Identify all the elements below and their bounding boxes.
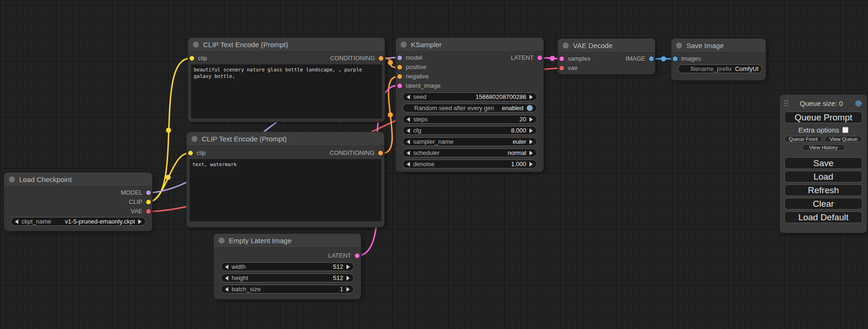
prompt-text-area[interactable]: text, watermark <box>190 159 381 221</box>
refresh-button[interactable]: Refresh <box>784 184 862 196</box>
decrement-arrow-icon[interactable] <box>407 128 410 133</box>
vae-port-icon[interactable] <box>559 66 564 70</box>
collapse-dot-icon[interactable] <box>193 42 199 48</box>
increment-arrow-icon[interactable] <box>529 140 533 144</box>
slot-label: clip <box>198 55 207 62</box>
save-button[interactable]: Save <box>784 157 862 169</box>
gear-icon[interactable] <box>854 99 862 107</box>
vae-port-icon[interactable] <box>146 209 151 214</box>
node-save-image[interactable]: Save Image images filename_prefix ComfyU… <box>671 39 766 80</box>
node-title-bar[interactable]: Save Image <box>671 39 766 53</box>
link-midpoint-dot <box>661 56 666 62</box>
node-title-bar[interactable]: CLIP Text Encode (Prompt) <box>188 38 385 52</box>
increment-arrow-icon[interactable] <box>529 162 533 167</box>
widget-label: batch_size <box>232 286 261 293</box>
clip-port-icon[interactable] <box>190 56 194 61</box>
node-title-bar[interactable]: Load Checkpoint <box>4 173 152 187</box>
node-clip-text-encode-positive[interactable]: CLIP Text Encode (Prompt) clip CONDITION… <box>188 38 385 122</box>
widget-sampler-name[interactable]: sampler_name euler <box>402 137 537 146</box>
clip-port-icon[interactable] <box>146 200 151 204</box>
image-port-icon[interactable] <box>673 56 677 61</box>
widget-seed[interactable]: seed 156680208700286 <box>402 92 537 101</box>
conditioning-port-icon[interactable] <box>397 65 402 70</box>
queue-prompt-button[interactable]: Queue Prompt <box>784 112 862 123</box>
increment-arrow-icon[interactable] <box>346 276 350 280</box>
widget-value: 156680208700286 <box>476 93 526 100</box>
conditioning-port-icon[interactable] <box>378 151 383 155</box>
conditioning-port-icon[interactable] <box>379 56 383 61</box>
model-port-icon[interactable] <box>146 190 151 195</box>
increment-arrow-icon[interactable] <box>529 128 533 133</box>
node-load-checkpoint[interactable]: Load Checkpoint MODEL CLIP VAE ckpt_name… <box>4 173 152 231</box>
increment-arrow-icon[interactable] <box>346 265 350 269</box>
clip-port-icon[interactable] <box>188 151 193 155</box>
node-clip-text-encode-negative[interactable]: CLIP Text Encode (Prompt) clip CONDITION… <box>187 132 384 227</box>
widget-steps[interactable]: steps 20 <box>402 115 537 124</box>
widget-height[interactable]: height 512 <box>221 273 354 282</box>
clear-button[interactable]: Clear <box>784 198 862 210</box>
load-default-button[interactable]: Load Default <box>784 211 862 223</box>
collapse-dot-icon[interactable] <box>676 42 682 49</box>
decrement-arrow-icon[interactable] <box>225 287 228 292</box>
node-title-bar[interactable]: KSampler <box>396 38 543 52</box>
image-port-icon[interactable] <box>649 56 654 61</box>
node-ksampler[interactable]: KSampler model LATENT positive negative <box>396 38 543 172</box>
prompt-text-area[interactable]: beautiful scenery nature glass bottle la… <box>191 64 382 119</box>
node-title: Save Image <box>686 42 724 49</box>
input-slot-clip: clip <box>190 55 207 62</box>
node-title-bar[interactable]: CLIP Text Encode (Prompt) <box>187 132 384 146</box>
decrement-arrow-icon[interactable] <box>15 219 18 224</box>
input-slot-latent-image: latent_image <box>396 81 543 90</box>
collapse-dot-icon[interactable] <box>219 238 225 244</box>
node-vae-decode[interactable]: VAE Decode samples IMAGE vae <box>558 39 655 74</box>
increment-arrow-icon[interactable] <box>529 117 533 122</box>
widget-value: v1-5-pruned-emaonly.ckpt <box>65 218 135 225</box>
increment-arrow-icon[interactable] <box>346 287 350 292</box>
widget-batch-size[interactable]: batch_size 1 <box>221 285 354 294</box>
load-button[interactable]: Load <box>784 171 862 182</box>
widget-scheduler[interactable]: scheduler normal <box>402 148 537 157</box>
increment-arrow-icon[interactable] <box>138 219 141 224</box>
input-slot-negative: negative <box>396 72 543 81</box>
collapse-dot-icon[interactable] <box>191 136 198 142</box>
view-history-button[interactable]: View History <box>802 144 845 151</box>
widget-label: sampler_name <box>413 138 453 145</box>
increment-arrow-icon[interactable] <box>529 95 533 99</box>
extra-options-checkbox[interactable] <box>842 127 848 133</box>
node-graph-canvas[interactable]: Load Checkpoint MODEL CLIP VAE ckpt_name… <box>0 0 868 329</box>
node-title-bar[interactable]: VAE Decode <box>558 39 655 53</box>
slot-label: CLIP <box>129 198 142 205</box>
toggle-on-icon[interactable] <box>527 105 533 111</box>
view-queue-button[interactable]: View Queue <box>825 136 862 142</box>
decrement-arrow-icon[interactable] <box>407 151 410 155</box>
widget-ckpt-name[interactable]: ckpt_name v1-5-pruned-emaonly.ckpt <box>11 217 146 226</box>
latent-port-icon[interactable] <box>559 56 564 61</box>
queue-front-button[interactable]: Queue Front <box>784 136 822 142</box>
decrement-arrow-icon[interactable] <box>407 117 410 122</box>
decrement-arrow-icon[interactable] <box>225 276 228 280</box>
latent-port-icon[interactable] <box>355 253 360 258</box>
widget-denoise[interactable]: denoise 1.000 <box>402 160 537 168</box>
increment-arrow-icon[interactable] <box>529 151 533 155</box>
widget-filename-prefix[interactable]: filename_prefix ComfyUI <box>678 64 762 73</box>
collapse-dot-icon[interactable] <box>9 176 15 182</box>
widget-width[interactable]: width 512 <box>221 262 354 271</box>
decrement-arrow-icon[interactable] <box>407 95 410 99</box>
input-slot-positive: positive <box>396 63 543 71</box>
decrement-arrow-icon[interactable] <box>225 265 228 269</box>
collapse-dot-icon[interactable] <box>563 42 569 49</box>
widget-cfg[interactable]: cfg 8.000 <box>402 126 537 135</box>
decrement-arrow-icon[interactable] <box>407 162 410 167</box>
drag-handle-icon[interactable] <box>784 100 788 106</box>
conditioning-port-icon[interactable] <box>397 74 402 79</box>
model-port-icon[interactable] <box>397 56 402 60</box>
node-title-bar[interactable]: Empty Latent Image <box>214 234 361 248</box>
latent-port-icon[interactable] <box>537 56 542 60</box>
input-slot-samples: samples <box>559 55 590 62</box>
latent-port-icon[interactable] <box>397 84 402 88</box>
queue-size-label: Queue size: 0 <box>800 99 843 107</box>
decrement-arrow-icon[interactable] <box>407 140 410 144</box>
widget-random-seed-toggle[interactable]: Random seed after every gen enabled <box>402 104 537 112</box>
node-empty-latent-image[interactable]: Empty Latent Image LATENT width 512 heig… <box>214 234 361 299</box>
collapse-dot-icon[interactable] <box>401 42 407 48</box>
